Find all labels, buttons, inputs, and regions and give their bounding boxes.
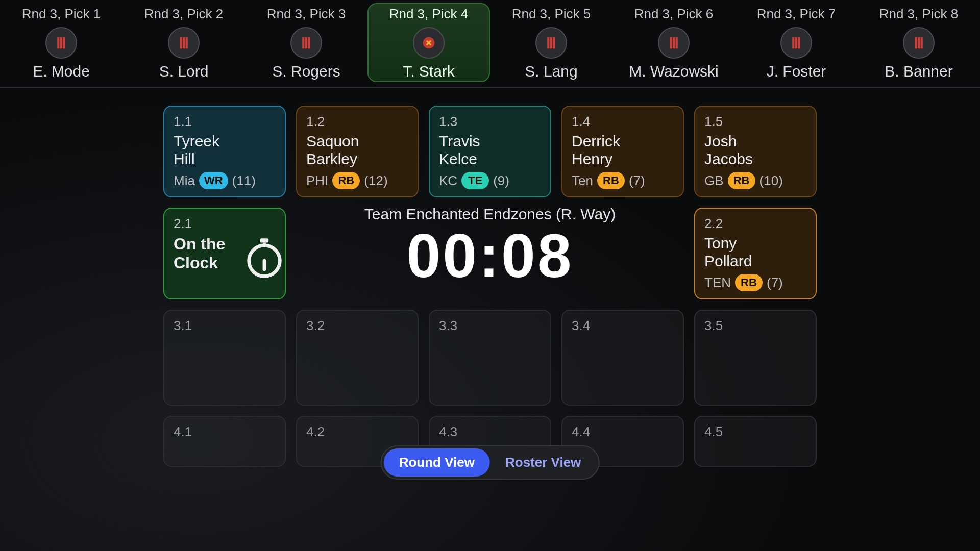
- pick-order-strip: Rnd 3, Pick 1 E. Mode Rnd 3, Pick 2 S. L…: [0, 0, 980, 88]
- draft-card[interactable]: 1.5 JoshJacobs GB RB (10): [694, 106, 817, 197]
- manager-name: J. Foster: [735, 63, 857, 80]
- team-logo-icon: [45, 27, 77, 59]
- bye-week: (10): [760, 173, 783, 189]
- team-logo-icon: [658, 27, 690, 59]
- board-row: 3.1 3.2 3.3 3.4 3.5: [163, 310, 980, 406]
- round-view-button[interactable]: Round View: [384, 448, 490, 477]
- pick-number: 1.1: [174, 114, 276, 130]
- board-row: 2.1 On theClock 2.2 TonyPollard TEN RB (…: [163, 208, 980, 299]
- player-team: Mia: [174, 173, 195, 189]
- stopwatch-icon: [242, 234, 287, 279]
- player-team: KC: [439, 173, 457, 189]
- player-meta: TEN RB (7): [704, 274, 806, 291]
- roster-view-button[interactable]: Roster View: [490, 448, 596, 477]
- empty-slot[interactable]: 4.1: [163, 416, 286, 467]
- draft-card[interactable]: 1.1 TyreekHill Mia WR (11): [163, 106, 286, 197]
- team-logo-icon: [290, 27, 322, 59]
- pick-number: 4.1: [174, 424, 276, 440]
- team-logo-icon: [535, 27, 567, 59]
- pick-round-label: Rnd 3, Pick 6: [612, 6, 735, 22]
- empty-slot[interactable]: 4.5: [694, 416, 817, 467]
- player-meta: Ten RB (7): [572, 172, 674, 189]
- pick-slot[interactable]: Rnd 3, Pick 3 S. Rogers: [245, 3, 368, 82]
- pick-number: 3.3: [439, 318, 541, 334]
- position-badge: WR: [199, 172, 228, 189]
- pick-slot[interactable]: Rnd 3, Pick 2 S. Lord: [122, 3, 245, 82]
- position-badge: RB: [735, 274, 763, 291]
- svg-rect-2: [260, 238, 269, 242]
- pick-number: 3.2: [306, 318, 408, 334]
- pick-number: 3.4: [572, 318, 674, 334]
- player-meta: PHI RB (12): [306, 172, 408, 189]
- pick-number: 1.5: [704, 114, 806, 130]
- pick-slot[interactable]: Rnd 3, Pick 5 S. Lang: [490, 3, 612, 82]
- empty-slot[interactable]: 3.2: [296, 310, 419, 406]
- draft-card[interactable]: 1.2 SaquonBarkley PHI RB (12): [296, 106, 419, 197]
- manager-name: S. Rogers: [245, 63, 368, 80]
- pick-number: 1.4: [572, 114, 674, 130]
- position-badge: RB: [597, 172, 625, 189]
- pick-number: 4.3: [439, 424, 541, 440]
- pick-number: 4.2: [306, 424, 408, 440]
- pick-slot[interactable]: Rnd 3, Pick 6 M. Wazowski: [612, 3, 735, 82]
- bye-week: (9): [493, 173, 509, 189]
- team-logo-icon: [413, 27, 445, 59]
- bye-week: (11): [232, 173, 256, 189]
- pick-round-label: Rnd 3, Pick 8: [857, 6, 980, 22]
- pick-round-label: Rnd 3, Pick 7: [735, 6, 857, 22]
- player-name: TravisKelce: [439, 133, 541, 168]
- team-logo-icon: [780, 27, 812, 59]
- player-name: SaquonBarkley: [306, 133, 408, 168]
- pick-round-label: Rnd 3, Pick 1: [0, 6, 122, 22]
- manager-name: E. Mode: [0, 63, 122, 80]
- empty-slot[interactable]: 3.5: [694, 310, 817, 406]
- board-row: 1.1 TyreekHill Mia WR (11) 1.2 SaquonBar…: [163, 106, 980, 197]
- pick-round-label: Rnd 3, Pick 4: [368, 6, 490, 22]
- draft-board: 1.1 TyreekHill Mia WR (11) 1.2 SaquonBar…: [0, 88, 980, 467]
- manager-name: M. Wazowski: [612, 63, 735, 80]
- bye-week: (12): [364, 173, 387, 189]
- bye-week: (7): [629, 173, 645, 189]
- pick-slot-active[interactable]: Rnd 3, Pick 4 T. Stark: [368, 3, 490, 82]
- pick-slot[interactable]: Rnd 3, Pick 8 B. Banner: [857, 3, 980, 82]
- player-meta: KC TE (9): [439, 172, 541, 189]
- on-the-clock-card[interactable]: 2.1 On theClock: [163, 208, 286, 299]
- player-name: TonyPollard: [704, 235, 806, 270]
- pick-number: 2.1: [174, 216, 276, 232]
- player-meta: GB RB (10): [704, 172, 806, 189]
- manager-name: S. Lang: [490, 63, 612, 80]
- draft-card[interactable]: 2.2 TonyPollard TEN RB (7): [694, 208, 817, 299]
- manager-name: S. Lord: [122, 63, 245, 80]
- pick-number: 1.2: [306, 114, 408, 130]
- bye-week: (7): [767, 275, 783, 291]
- manager-name: B. Banner: [857, 63, 980, 80]
- pick-slot[interactable]: Rnd 3, Pick 1 E. Mode: [0, 3, 122, 82]
- draft-card[interactable]: 1.4 DerrickHenry Ten RB (7): [561, 106, 684, 197]
- player-name: TyreekHill: [174, 133, 276, 168]
- pick-round-label: Rnd 3, Pick 2: [122, 6, 245, 22]
- pick-number: 3.5: [704, 318, 806, 334]
- pick-number: 4.4: [572, 424, 674, 440]
- player-team: TEN: [704, 275, 731, 291]
- position-badge: TE: [461, 172, 489, 189]
- player-name: DerrickHenry: [572, 133, 674, 168]
- player-team: Ten: [572, 173, 593, 189]
- empty-slot[interactable]: 3.3: [429, 310, 551, 406]
- empty-slot[interactable]: 3.1: [163, 310, 286, 406]
- pick-number: 3.1: [174, 318, 276, 334]
- draft-card[interactable]: 1.3 TravisKelce KC TE (9): [429, 106, 551, 197]
- player-team: GB: [704, 173, 724, 189]
- svg-rect-3: [263, 243, 266, 247]
- pick-round-label: Rnd 3, Pick 3: [245, 6, 368, 22]
- position-badge: RB: [728, 172, 755, 189]
- pick-number: 4.5: [704, 424, 806, 440]
- view-toggle: Round View Roster View: [381, 445, 600, 480]
- player-name: JoshJacobs: [704, 133, 806, 168]
- empty-slot[interactable]: 3.4: [561, 310, 684, 406]
- pick-number: 2.2: [704, 216, 806, 232]
- team-logo-icon: [168, 27, 200, 59]
- team-logo-icon: [903, 27, 935, 59]
- pick-slot[interactable]: Rnd 3, Pick 7 J. Foster: [735, 3, 857, 82]
- player-team: PHI: [306, 173, 328, 189]
- pick-round-label: Rnd 3, Pick 5: [490, 6, 612, 22]
